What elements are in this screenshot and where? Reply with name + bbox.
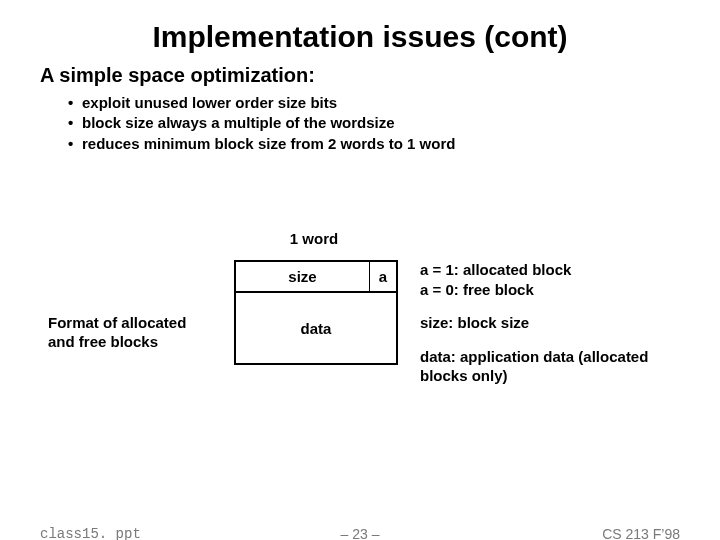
bullet-item: block size always a multiple of the word…	[68, 113, 680, 133]
size-cell: size	[236, 262, 370, 291]
bullet-list: exploit unused lower order size bits blo…	[68, 93, 680, 154]
subheading: A simple space optimization:	[40, 64, 680, 87]
slide: Implementation issues (cont) A simple sp…	[0, 0, 720, 540]
bullet-item: exploit unused lower order size bits	[68, 93, 680, 113]
block-header-row: size a	[236, 262, 396, 293]
legend-a: a = 1: allocated block a = 0: free block	[420, 260, 680, 299]
data-cell: data	[236, 293, 396, 363]
block-format-box: size a data	[234, 260, 398, 365]
a-cell: a	[370, 262, 396, 291]
word-width-label: 1 word	[234, 230, 394, 247]
slide-title: Implementation issues (cont)	[40, 20, 680, 54]
legend-data: data: application data (allocated blocks…	[420, 347, 680, 386]
legend-a1: a = 1: allocated block	[420, 260, 680, 280]
legend-a0: a = 0: free block	[420, 280, 680, 300]
footer-course: CS 213 F’98	[602, 526, 680, 540]
block-format-caption: Format of allocated and free blocks	[48, 314, 208, 352]
legend: a = 1: allocated block a = 0: free block…	[420, 260, 680, 400]
legend-size: size: block size	[420, 313, 680, 333]
bullet-item: reduces minimum block size from 2 words …	[68, 134, 680, 154]
